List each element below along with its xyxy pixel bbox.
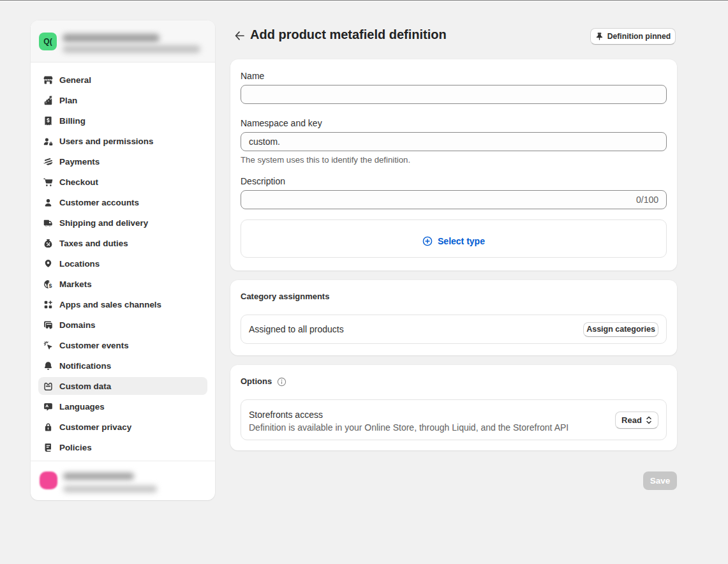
svg-text:$: $ <box>49 282 52 288</box>
